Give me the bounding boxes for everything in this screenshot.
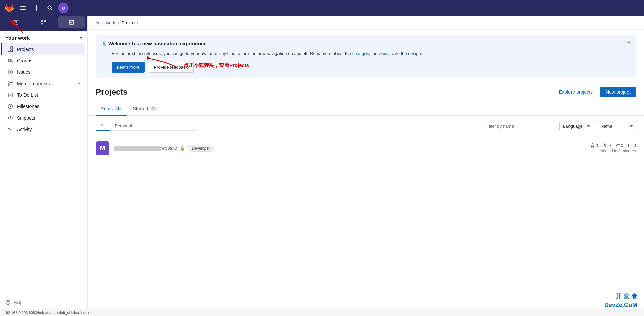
- merge-requests-icon: [7, 81, 13, 87]
- changes-link[interactable]: changes: [352, 51, 369, 56]
- user-avatar[interactable]: U: [58, 3, 69, 13]
- tab-starred[interactable]: Starred 0: [127, 103, 162, 116]
- sub-tabs: All Personal: [96, 121, 197, 131]
- status-bar: 192.168.0.103:8083/help/tutorials/left_s…: [0, 309, 644, 316]
- help-label: Help: [13, 300, 23, 305]
- svg-rect-13: [11, 50, 13, 52]
- sidebar-item-label: Issues: [17, 69, 30, 75]
- issues-icon: [7, 69, 13, 75]
- svg-point-33: [616, 146, 617, 147]
- sidebar-nav: Projects Groups: [0, 43, 87, 135]
- gitlab-logo[interactable]: [4, 3, 15, 13]
- project-stats: 0 0 0 0: [590, 143, 636, 148]
- svg-rect-35: [628, 144, 632, 147]
- tab-yours-count: 1: [115, 106, 122, 111]
- svg-rect-12: [11, 47, 13, 49]
- tab-yours[interactable]: Yours 1: [96, 103, 127, 116]
- sidebar-item-snippets[interactable]: Snippets: [2, 112, 85, 124]
- vision-link[interactable]: vision: [379, 51, 390, 56]
- sidebar-tabs: [0, 16, 87, 31]
- svg-point-31: [605, 146, 606, 147]
- sidebar-item-groups[interactable]: Groups: [2, 55, 85, 66]
- projects-icon: [7, 46, 13, 52]
- sidebar-tab-pages[interactable]: [3, 16, 29, 28]
- project-name[interactable]: website: [114, 145, 177, 151]
- project-avatar: M: [96, 141, 109, 155]
- your-work-section[interactable]: Your work ▾: [0, 31, 87, 43]
- design-link[interactable]: design: [408, 51, 421, 56]
- sidebar-item-label: Projects: [17, 46, 34, 52]
- sidebar-item-merge-requests[interactable]: Merge requests ▾: [2, 78, 85, 89]
- close-banner-button[interactable]: ×: [627, 39, 631, 45]
- svg-point-17: [10, 71, 11, 73]
- sidebar-item-label: Groups: [17, 58, 32, 63]
- search-button[interactable]: [45, 3, 55, 13]
- top-navigation: U: [0, 0, 644, 16]
- sidebar: Your work ▾ Projects: [0, 16, 88, 309]
- svg-point-25: [8, 304, 8, 304]
- svg-line-23: [10, 116, 11, 120]
- projects-header-actions: Explore projects New project: [555, 87, 636, 97]
- new-project-button[interactable]: New project: [600, 87, 636, 97]
- lock-icon: 🔒: [180, 146, 185, 151]
- project-merge-requests: 0: [616, 143, 623, 148]
- sidebar-tab-checklist[interactable]: [58, 16, 85, 28]
- svg-point-7: [41, 20, 43, 22]
- breadcrumb: Your work > Projects: [88, 16, 644, 30]
- svg-point-15: [11, 59, 12, 61]
- filter-bar: All Personal Language Ruby JavaScript Py…: [88, 121, 644, 131]
- welcome-banner: ℹ Welcome to a new navigation experience…: [96, 35, 636, 78]
- explore-projects-button[interactable]: Explore projects: [555, 87, 597, 97]
- sidebar-tab-merge[interactable]: [30, 16, 57, 28]
- svg-point-18: [8, 82, 9, 83]
- sidebar-item-label: Activity: [17, 127, 32, 132]
- sidebar-item-label: Merge requests: [17, 81, 50, 86]
- svg-point-14: [9, 59, 10, 61]
- project-badge: Developer: [188, 145, 214, 152]
- filter-by-name-input[interactable]: [482, 121, 556, 131]
- sub-tab-personal[interactable]: Personal: [110, 121, 137, 131]
- info-icon: ℹ: [103, 41, 105, 48]
- tab-starred-count: 0: [150, 106, 157, 111]
- tab-yours-label: Yours: [101, 106, 113, 112]
- sub-tab-all[interactable]: All: [96, 121, 110, 131]
- project-stars: 0: [590, 143, 598, 148]
- sidebar-item-issues[interactable]: Issues: [2, 66, 85, 78]
- project-list: M website 🔒 Developer 0: [88, 137, 644, 160]
- name-select[interactable]: Name Last updated Most stars: [597, 121, 636, 131]
- todo-icon: [7, 92, 13, 98]
- svg-rect-0: [20, 6, 26, 7]
- breadcrumb-parent[interactable]: Your work: [96, 20, 115, 25]
- sidebar-item-label: To-Do List: [17, 92, 38, 98]
- project-updated: Updated in 8 minutes: [598, 149, 636, 153]
- groups-icon: [7, 58, 13, 64]
- sidebar-item-projects[interactable]: Projects: [1, 43, 85, 55]
- sidebar-item-milestones[interactable]: Milestones: [2, 101, 85, 112]
- sidebar-item-todo[interactable]: To-Do List: [2, 89, 85, 101]
- welcome-banner-description: For the next few releases, you can go to…: [112, 50, 629, 57]
- projects-header: Projects Explore projects New project: [88, 84, 644, 103]
- chevron-down-icon: ▾: [80, 36, 82, 40]
- svg-point-29: [604, 144, 605, 144]
- create-new-button[interactable]: [31, 3, 42, 13]
- snippets-icon: [7, 115, 13, 121]
- sidebar-item-activity[interactable]: Activity: [2, 124, 85, 135]
- svg-point-19: [8, 84, 9, 86]
- welcome-banner-title: Welcome to a new navigation experience: [108, 41, 206, 46]
- projects-tabs: Yours 1 Starred 0: [88, 103, 644, 116]
- svg-rect-4: [14, 20, 18, 24]
- learn-more-button[interactable]: Learn more: [112, 62, 145, 73]
- toggle-sidebar-button[interactable]: [18, 3, 28, 13]
- project-name-blurred: [114, 146, 161, 151]
- language-select[interactable]: Language Ruby JavaScript Python: [559, 121, 593, 131]
- project-issues: 0: [628, 143, 636, 148]
- svg-rect-2: [20, 9, 26, 10]
- main-content: Your work > Projects ℹ Welcome to a new …: [88, 16, 644, 309]
- svg-marker-28: [591, 144, 594, 147]
- svg-point-9: [41, 23, 43, 24]
- help-link[interactable]: Help: [0, 295, 87, 309]
- svg-point-16: [8, 70, 13, 74]
- project-forks: 0: [603, 143, 611, 148]
- provide-feedback-button[interactable]: Provide feedback: [148, 62, 193, 73]
- breadcrumb-separator: >: [117, 20, 120, 25]
